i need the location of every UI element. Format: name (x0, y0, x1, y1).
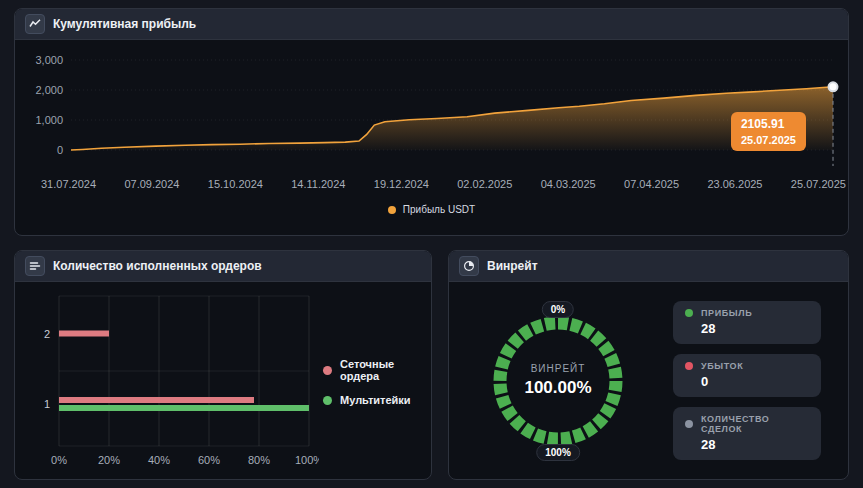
winrate-label: ВИНРЕЙТ (531, 363, 586, 374)
winrate-stats: ПРИБЫЛЬ 28 УБЫТОК 0 КО (673, 301, 821, 460)
bar-segment[interactable] (59, 405, 309, 411)
x-axis-tick: 20% (98, 454, 120, 466)
stat-value: 28 (701, 437, 809, 452)
orders-legend: Сеточные ордера Мультитейки (319, 288, 421, 476)
cumulative-profit-header: Кумулятивная прибыль (15, 9, 848, 40)
y-axis-tick: 1,000 (35, 114, 63, 126)
legend-label: Мультитейки (340, 394, 411, 406)
panel-title: Кумулятивная прибыль (53, 17, 196, 31)
x-axis-tick: 07.09.2024 (124, 178, 179, 190)
trading-dashboard: Кумулятивная прибыль 3,0002,0001,0000 21… (0, 0, 863, 488)
legend-dot-green (323, 396, 332, 405)
winrate-header: Винрейт (449, 251, 848, 282)
winrate-body: 0% ВИНРЕЙТ 100.00% 100% ПРИБЫЛЬ (449, 282, 848, 479)
x-axis-tick: 02.02.2025 (457, 178, 512, 190)
stat-label: КОЛИЧЕСТВО СДЕЛОК (701, 414, 809, 434)
x-axis-tick: 0% (51, 454, 67, 466)
bottom-row: Количество исполненных ордеров 0%20%40%6… (14, 250, 849, 480)
winrate-panel: Винрейт 0% ВИНРЕЙТ 100.00% 100% (448, 250, 849, 480)
y-axis-tick: 2 (44, 328, 50, 340)
stat-label: УБЫТОК (701, 361, 743, 371)
x-axis-tick: 100% (295, 454, 319, 466)
stat-card-profit: ПРИБЫЛЬ 28 (673, 301, 821, 344)
cumulative-profit-panel: Кумулятивная прибыль 3,0002,0001,0000 21… (14, 8, 849, 236)
chart-tooltip: 2105.91 25.07.2025 (731, 112, 806, 151)
profit-legend[interactable]: Прибыль USDT (15, 204, 848, 215)
status-dot-green (685, 309, 693, 317)
orders-body: 0%20%40%60%80%100%21 Сеточные ордера Мул… (15, 282, 431, 476)
legend-label: Прибыль USDT (403, 204, 475, 215)
legend-item-multitakes[interactable]: Мультитейки (323, 394, 421, 406)
cumulative-profit-body: 3,0002,0001,0000 2105.91 25.07.2025 31.0… (15, 40, 848, 215)
legend-dot-orange (388, 206, 396, 214)
legend-item-grid-orders[interactable]: Сеточные ордера (323, 358, 421, 382)
orders-bar-chart[interactable]: 0%20%40%60%80%100%21 (23, 288, 319, 476)
donut-center: ВИНРЕЙТ 100.00% (483, 306, 633, 456)
winrate-donut[interactable]: 0% ВИНРЕЙТ 100.00% 100% (483, 306, 633, 456)
x-axis-tick: 25.07.2025 (791, 178, 846, 190)
legend-label: Сеточные ордера (340, 358, 421, 382)
x-axis-tick: 80% (248, 454, 270, 466)
panel-title: Количество исполненных ордеров (53, 259, 262, 273)
x-axis-tick: 14.11.2024 (291, 178, 345, 190)
x-axis-tick: 31.07.2024 (41, 178, 96, 190)
y-axis-tick: 1 (44, 398, 50, 410)
x-axis-tick: 40% (148, 454, 170, 466)
bar-segment[interactable] (59, 331, 109, 337)
donut-badge-hundred: 100% (536, 444, 580, 461)
winrate-value: 100.00% (524, 378, 591, 398)
end-marker-dot[interactable] (829, 82, 838, 91)
pie-chart-icon (459, 256, 479, 276)
y-axis-tick: 0 (57, 144, 63, 156)
orders-header: Количество исполненных ордеров (15, 251, 431, 282)
stat-card-trades: КОЛИЧЕСТВО СДЕЛОК 28 (673, 407, 821, 460)
tooltip-value: 2105.91 (741, 117, 796, 131)
cumulative-profit-chart[interactable]: 3,0002,0001,0000 2105.91 25.07.2025 (15, 50, 848, 174)
x-axis-labels: 31.07.202407.09.202415.10.202414.11.2024… (41, 178, 846, 190)
stat-value: 28 (701, 321, 809, 336)
y-axis-tick: 2,000 (35, 84, 63, 96)
y-axis-tick: 3,000 (35, 54, 63, 66)
x-axis-tick: 19.12.2024 (374, 178, 429, 190)
legend-dot-pink (323, 366, 332, 375)
donut-badge-zero: 0% (542, 301, 574, 318)
bar-list-icon (25, 256, 45, 276)
status-dot-gray (685, 420, 693, 428)
x-axis-tick: 23.06.2025 (707, 178, 762, 190)
x-axis-tick: 07.04.2025 (624, 178, 679, 190)
line-chart-icon (25, 14, 45, 34)
tooltip-date: 25.07.2025 (741, 134, 796, 146)
panel-title: Винрейт (487, 259, 538, 273)
stat-label: ПРИБЫЛЬ (701, 308, 752, 318)
status-dot-red (685, 362, 693, 370)
cumulative-profit-svg[interactable]: 3,0002,0001,0000 (15, 50, 849, 172)
x-axis-tick: 60% (198, 454, 220, 466)
x-axis-tick: 04.03.2025 (541, 178, 596, 190)
orders-panel: Количество исполненных ордеров 0%20%40%6… (14, 250, 432, 480)
bar-segment[interactable] (59, 397, 254, 403)
stat-value: 0 (701, 374, 809, 389)
stat-card-loss: УБЫТОК 0 (673, 354, 821, 397)
x-axis-tick: 15.10.2024 (208, 178, 263, 190)
